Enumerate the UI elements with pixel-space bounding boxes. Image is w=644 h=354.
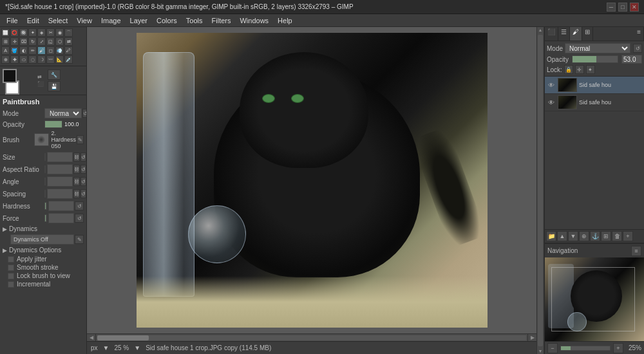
tool-pencil[interactable]: ✏ [28,46,37,55]
scroll-down-button[interactable]: ▼ [538,349,543,353]
delete-layer-button[interactable]: 🗑 [612,231,622,241]
spacing-reset[interactable]: ↺ [80,189,86,198]
force-bar[interactable] [44,214,47,222]
layer-down-button[interactable]: ▼ [568,231,578,241]
tool-ink[interactable]: 🖊 [64,46,73,55]
maximize-button[interactable]: □ [618,3,627,12]
menu-image[interactable]: Image [97,16,125,25]
new-layer-group-button[interactable]: 📁 [546,231,556,241]
anchor-layer-button[interactable]: ⚓ [590,231,600,241]
dynamics-options-toggle[interactable]: ▶ [3,247,7,254]
tool-crop[interactable]: ⌧ [19,37,28,46]
scroll-up-button[interactable]: ▲ [538,28,543,32]
zoom-slider[interactable] [560,346,611,351]
menu-edit[interactable]: Edit [23,16,43,25]
canvas-image[interactable] [137,33,488,328]
tool-select-by-color[interactable]: ◈ [37,28,46,37]
tool-free-select[interactable]: 🔘 [19,28,28,37]
menu-view[interactable]: View [73,16,96,25]
aspect-bar[interactable] [44,165,46,173]
force-reset[interactable]: ↺ [75,214,84,223]
angle-chain[interactable]: ⛓ [73,177,80,186]
angle-reset[interactable]: ↺ [80,177,86,186]
tool-shear[interactable]: ◱ [46,37,55,46]
tab-layers-icon[interactable]: ⬛ [545,27,558,41]
tool-bucket-fill[interactable]: 🪣 [10,46,19,55]
tool-dodge-burn[interactable]: ☽ [37,55,46,64]
tool-perspective[interactable]: ⬡ [55,37,64,46]
tool-path[interactable]: ⌒ [64,28,73,37]
angle-input[interactable]: 0.00 [47,176,73,187]
layer-row-1[interactable]: 👁 Sid safe hou [545,94,644,111]
close-button[interactable]: ✕ [630,3,639,12]
spacing-bar[interactable] [44,190,46,198]
incremental-checkbox[interactable] [8,281,14,288]
tool-eraser[interactable]: ◻ [46,46,55,55]
layers-mode-reset[interactable]: ↺ [633,44,642,53]
tab-patterns-icon[interactable]: ⊞ [582,27,593,41]
tool-preset-button[interactable]: 🔧 [48,70,61,80]
scrollbar-track-h[interactable] [97,335,526,340]
tool-blur[interactable]: ◌ [28,55,37,64]
lock-position-button[interactable]: ✛ [575,65,584,74]
tab-menu-button[interactable]: ≡ [634,27,644,41]
tab-channels-icon[interactable]: ☰ [558,27,570,41]
layer-visibility-1[interactable]: 👁 [547,98,556,107]
tool-heal[interactable]: ✚ [10,55,19,64]
tool-clone[interactable]: ⊕ [1,55,10,64]
tool-text[interactable]: A [1,46,10,55]
scroll-left-button[interactable]: ◀ [87,334,96,341]
reset-colors-button[interactable]: ⬛ [37,81,44,87]
mode-reset[interactable]: ↺ [82,109,86,118]
tool-rect-select[interactable]: ⬜ [1,28,10,37]
spacing-chain[interactable]: ⛓ [73,189,80,198]
menu-filters[interactable]: Filters [208,16,235,25]
hardness-reset[interactable]: ↺ [75,201,84,210]
tool-airbrush[interactable]: 💨 [55,46,64,55]
zoom-out-button[interactable]: − [547,343,558,353]
swap-colors-button[interactable]: ⇄ [37,74,44,80]
tool-color-picker[interactable]: 💉 [64,55,73,64]
tool-flip[interactable]: ⇄ [64,37,73,46]
scroll-right-button[interactable]: ▶ [527,334,536,341]
foreground-color-swatch[interactable] [3,69,17,83]
dynamics-toggle[interactable]: ▶ [3,226,7,232]
tool-foreground-select[interactable]: ◉ [55,28,64,37]
spacing-input[interactable]: 10.0 [47,189,73,199]
tool-ellipse-select[interactable]: ⭕ [10,28,19,37]
tool-scale[interactable]: ⤢ [37,37,46,46]
tool-move[interactable]: ✛ [10,37,19,46]
tool-perspective-clone[interactable]: ⬭ [19,55,28,64]
dynamics-edit[interactable]: ✎ [75,235,84,244]
smooth-stroke-checkbox[interactable] [8,265,14,271]
tool-smudge[interactable]: 〰 [46,55,55,64]
size-bar[interactable] [44,153,46,161]
menu-select[interactable]: Select [44,16,72,25]
new-layer-button[interactable]: + [623,231,633,241]
layer-visibility-0[interactable]: 👁 [547,80,556,89]
brush-edit[interactable]: ✎ [77,135,84,144]
menu-windows[interactable]: Windows [236,16,272,25]
size-reset[interactable]: ↺ [80,153,86,162]
scrollbar-thumb-h[interactable] [97,335,149,340]
aspect-chain[interactable]: ⛓ [73,165,80,174]
layer-row-0[interactable]: 👁 Sid safe hou [545,77,644,94]
menu-colors[interactable]: Colors [153,16,181,25]
scrollbar-thumb-v[interactable] [538,35,543,346]
mode-select[interactable]: Normal [44,108,82,118]
merge-down-button[interactable]: ⊞ [601,231,611,241]
layer-up-button[interactable]: ▲ [557,231,567,241]
canvas-container[interactable] [87,27,536,333]
tool-scissors[interactable]: ✂ [46,28,55,37]
tool-align[interactable]: ⊞ [1,37,10,46]
duplicate-layer-button[interactable]: ⊕ [579,231,589,241]
force-input[interactable]: 50.0 [48,213,74,223]
layers-opacity-input[interactable] [621,55,642,64]
nav-menu-button[interactable]: ≡ [631,246,641,256]
aspect-input[interactable]: 0.00 [47,164,73,174]
vertical-scrollbar[interactable]: ▲ ▼ [536,27,544,354]
brush-selector[interactable] [34,133,49,146]
tool-rotate[interactable]: ↻ [28,37,37,46]
tool-preset-save[interactable]: 💾 [48,81,61,91]
tool-measure[interactable]: 📐 [55,55,64,64]
